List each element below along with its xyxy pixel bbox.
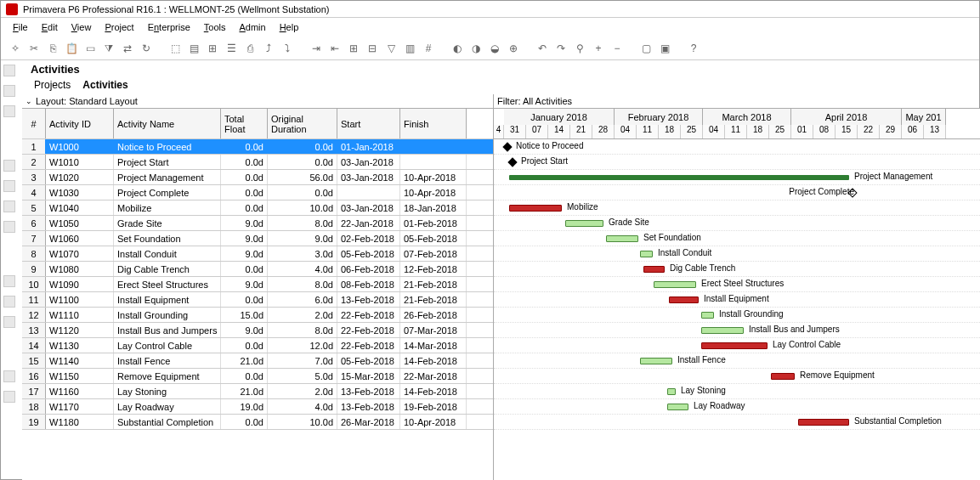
cell-float[interactable]: 9.0d: [221, 216, 268, 230]
cell-float[interactable]: 19.0d: [221, 399, 268, 414]
tb-refresh-icon[interactable]: ↻: [139, 41, 154, 56]
tb-chart-icon[interactable]: ⊞: [205, 41, 220, 56]
gantt-row[interactable]: Dig Cable Trench: [494, 262, 980, 277]
cell-finish[interactable]: 14-Feb-2018: [400, 353, 467, 368]
cell-id[interactable]: W1110: [46, 308, 114, 322]
col-start[interactable]: Start: [337, 109, 400, 138]
gantt-bar[interactable]: [669, 296, 699, 303]
cell-start[interactable]: 03-Jan-2018: [337, 155, 400, 169]
dock-wbs-icon[interactable]: [3, 160, 15, 172]
gantt-bar[interactable]: [643, 266, 665, 273]
cell-finish[interactable]: 07-Mar-2018: [400, 323, 467, 337]
cell-id[interactable]: W1150: [46, 369, 114, 383]
cell-start[interactable]: 22-Feb-2018: [337, 308, 400, 322]
cell-id[interactable]: W1180: [46, 415, 114, 429]
cell-float[interactable]: 0.0d: [221, 369, 268, 383]
cell-name[interactable]: Install Bus and Jumpers: [114, 323, 221, 337]
cell-id[interactable]: W1090: [46, 277, 114, 291]
gantt-bar[interactable]: [509, 175, 849, 180]
col-name[interactable]: Activity Name: [114, 109, 221, 138]
menu-edit[interactable]: Edit: [37, 20, 63, 34]
tb-funnel-icon[interactable]: ▽: [383, 41, 399, 56]
table-row[interactable]: 19W1180Substantial Completion0.0d10.0d26…: [22, 415, 493, 430]
cell-dur[interactable]: 8.0d: [268, 277, 337, 291]
gantt-row[interactable]: Set Foundation: [494, 231, 980, 246]
table-row[interactable]: 15W1140Install Fence21.0d7.0d05-Feb-2018…: [22, 353, 493, 369]
cell-name[interactable]: Set Foundation: [114, 231, 221, 246]
cell-finish[interactable]: 19-Feb-2018: [400, 399, 467, 414]
dock-assignments-icon[interactable]: [3, 200, 15, 212]
tb-level-icon[interactable]: ◑: [468, 41, 484, 56]
dock-thresholds-icon[interactable]: [3, 296, 15, 308]
gantt-bar[interactable]: [667, 404, 688, 410]
menu-enterprise[interactable]: Enterprise: [143, 20, 195, 34]
cell-finish[interactable]: 01-Feb-2018: [400, 216, 467, 230]
cell-finish[interactable]: [400, 155, 467, 169]
cell-id[interactable]: W1160: [46, 384, 114, 398]
tb-export-icon[interactable]: ⤴: [261, 41, 276, 56]
cell-float[interactable]: 0.0d: [221, 200, 268, 215]
table-row[interactable]: 9W1080Dig Cable Trench0.0d4.0d06-Feb-201…: [22, 262, 493, 277]
gantt-bar[interactable]: [640, 358, 672, 364]
gantt-row[interactable]: Install Grounding: [494, 308, 980, 323]
cell-float[interactable]: 0.0d: [221, 139, 268, 154]
cell-dur[interactable]: 4.0d: [268, 399, 337, 414]
gantt-bar[interactable]: [771, 373, 795, 380]
cell-finish[interactable]: 12-Feb-2018: [400, 262, 467, 276]
tb-layout-icon[interactable]: ▣: [657, 41, 672, 56]
col-dur[interactable]: Original Duration: [268, 109, 337, 138]
cell-float[interactable]: 0.0d: [221, 262, 268, 276]
tb-expand-icon[interactable]: ⊞: [346, 41, 361, 56]
cell-dur[interactable]: 9.0d: [268, 231, 337, 246]
cell-finish[interactable]: 26-Feb-2018: [400, 308, 467, 322]
cell-float[interactable]: 9.0d: [221, 246, 268, 261]
cell-finish[interactable]: 21-Feb-2018: [400, 277, 467, 291]
cell-dur[interactable]: 12.0d: [268, 338, 337, 353]
cell-dur[interactable]: 8.0d: [268, 216, 337, 230]
gantt-row[interactable]: Lay Stoning: [494, 384, 980, 399]
cell-name[interactable]: Lay Roadway: [114, 399, 221, 414]
cell-start[interactable]: 26-Mar-2018: [337, 415, 400, 429]
gantt-row[interactable]: Remove Equipment: [494, 369, 980, 384]
cell-finish[interactable]: [400, 139, 467, 154]
col-float[interactable]: Total Float: [221, 109, 268, 138]
cell-float[interactable]: 9.0d: [221, 277, 268, 291]
gantt-bar[interactable]: [667, 388, 676, 395]
cell-id[interactable]: W1070: [46, 246, 114, 261]
cell-start[interactable]: 02-Feb-2018: [337, 231, 400, 246]
table-row[interactable]: 16W1150Remove Equipment0.0d5.0d15-Mar-20…: [22, 369, 493, 384]
gantt-row[interactable]: Project Complete: [494, 185, 980, 200]
cell-finish[interactable]: 10-Apr-2018: [400, 415, 467, 429]
cell-name[interactable]: Install Grounding: [114, 308, 221, 322]
gantt-row[interactable]: Install Equipment: [494, 292, 980, 308]
cell-id[interactable]: W1100: [46, 292, 114, 307]
menu-file[interactable]: File: [8, 20, 33, 34]
dock-issues-icon[interactable]: [3, 316, 15, 328]
cell-start[interactable]: 13-Feb-2018: [337, 292, 400, 307]
dock-risk-icon[interactable]: [3, 370, 15, 382]
cell-float[interactable]: 0.0d: [221, 155, 268, 169]
menu-tools[interactable]: Tools: [199, 20, 231, 34]
milestone-marker[interactable]: [502, 142, 512, 151]
cell-finish[interactable]: 14-Mar-2018: [400, 338, 467, 353]
tb-redo-icon[interactable]: ↷: [553, 41, 569, 56]
gantt-bar[interactable]: [640, 251, 653, 257]
table-row[interactable]: 7W1060Set Foundation9.0d9.0d02-Feb-20180…: [22, 231, 493, 246]
gantt-row[interactable]: Lay Roadway: [494, 399, 980, 415]
cell-name[interactable]: Install Conduit: [114, 246, 221, 261]
cell-name[interactable]: Lay Stoning: [114, 384, 221, 398]
gantt-bar[interactable]: [565, 220, 603, 227]
cell-dur[interactable]: 0.0d: [268, 185, 337, 200]
table-row[interactable]: 3W1020Project Management0.0d56.0d03-Jan-…: [22, 170, 493, 185]
gantt-row[interactable]: Install Fence: [494, 353, 980, 369]
tb-print-icon[interactable]: ⎙: [242, 41, 258, 56]
layout-selector[interactable]: ⌄ Layout: Standard Layout: [22, 94, 494, 108]
cell-start[interactable]: 03-Jan-2018: [337, 170, 400, 184]
cell-start[interactable]: 06-Feb-2018: [337, 262, 400, 276]
cell-name[interactable]: Notice to Proceed: [114, 139, 221, 154]
cell-name[interactable]: Mobilize: [114, 200, 221, 215]
cell-name[interactable]: Dig Cable Trench: [114, 262, 221, 276]
tb-indent-icon[interactable]: ⇥: [309, 41, 324, 56]
dock-wps-icon[interactable]: [3, 221, 15, 233]
cell-id[interactable]: W1130: [46, 338, 114, 353]
